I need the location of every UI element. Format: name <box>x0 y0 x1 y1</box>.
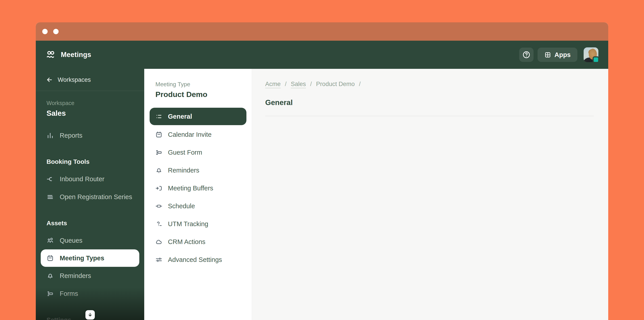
subnav-item-crm-actions[interactable]: CRM Actions <box>150 233 246 251</box>
bar-chart-icon <box>46 132 54 139</box>
apps-button-label: Apps <box>554 51 571 58</box>
section-header-assets: Assets <box>36 219 144 228</box>
schedule-icon <box>155 202 162 210</box>
subnav-item-guest-form[interactable]: Guest Form <box>150 143 246 161</box>
sidebar-item-open-registration-series[interactable]: Open Registration Series <box>36 188 144 206</box>
arrow-left-icon <box>46 76 53 83</box>
bell-icon <box>46 272 54 280</box>
meeting-type-subnav: Meeting Type Product Demo General Calend… <box>144 69 252 320</box>
sidebar-item-reports[interactable]: Reports <box>36 126 144 144</box>
apps-button[interactable]: Apps <box>538 48 578 62</box>
app-window: Meetings Apps Workspaces Workspace S <box>36 22 608 320</box>
arrow-down-icon <box>88 312 93 318</box>
user-avatar[interactable] <box>584 47 598 62</box>
subnav-item-general[interactable]: General <box>150 108 246 125</box>
section-header-booking-tools: Booking Tools <box>36 157 144 166</box>
app-title: Meetings <box>61 51 91 59</box>
form-icon <box>46 290 54 298</box>
workspaces-back-label: Workspaces <box>58 76 91 83</box>
header-actions: Apps <box>519 47 598 62</box>
meetings-logo-icon <box>46 50 56 60</box>
workspace-meta: Workspace Sales <box>36 91 144 118</box>
split-icon <box>46 175 54 183</box>
meeting-type-eyebrow: Meeting Type <box>144 81 252 88</box>
list-icon <box>155 113 162 120</box>
scroll-down-button[interactable] <box>86 310 95 320</box>
subnav-item-calendar-invite[interactable]: Calendar Invite <box>150 126 246 143</box>
calendar-icon <box>46 255 54 262</box>
section-header-settings: Settings <box>46 317 71 320</box>
breadcrumb: Acme / Sales / Product Demo / <box>265 79 594 88</box>
subnav-item-advanced-settings[interactable]: Advanced Settings <box>150 251 246 269</box>
workspace-sidebar: Workspaces Workspace Sales Reports Booki… <box>36 69 144 320</box>
subnav-item-schedule[interactable]: Schedule <box>150 197 246 215</box>
buffer-icon <box>155 185 162 192</box>
sidebar-item-meeting-types[interactable]: Meeting Types <box>41 249 139 267</box>
breadcrumb-current-product-demo: Product Demo <box>316 81 355 88</box>
workspace-nav: Reports Booking Tools Inbound Router Ope… <box>36 126 144 303</box>
workspace-name: Sales <box>46 109 134 118</box>
rows-icon <box>46 193 54 201</box>
help-button[interactable] <box>519 48 534 62</box>
workspace-eyebrow: Workspace <box>46 100 134 106</box>
breadcrumb-link-acme[interactable]: Acme <box>265 81 281 88</box>
help-circle-icon <box>522 50 531 59</box>
calendar-icon <box>155 131 162 138</box>
cloud-icon <box>155 238 162 246</box>
sliders-icon <box>155 256 162 264</box>
bell-icon <box>155 167 162 174</box>
form-icon <box>155 149 162 156</box>
utm-icon <box>155 220 162 228</box>
subnav-item-reminders[interactable]: Reminders <box>150 161 246 179</box>
app-header: Meetings Apps <box>36 41 608 69</box>
subnav-item-meeting-buffers[interactable]: Meeting Buffers <box>150 179 246 197</box>
window-body: Workspaces Workspace Sales Reports Booki… <box>36 69 608 320</box>
meeting-type-title: Product Demo <box>144 90 252 99</box>
app-brand: Meetings <box>46 50 91 60</box>
window-titlebar <box>36 22 608 41</box>
breadcrumb-link-sales[interactable]: Sales <box>291 81 306 88</box>
subnav-item-utm-tracking[interactable]: UTM Tracking <box>150 215 246 233</box>
grid-icon <box>544 51 551 58</box>
people-icon <box>46 237 54 244</box>
page-title: General <box>265 98 594 107</box>
sidebar-item-queues[interactable]: Queues <box>36 232 144 249</box>
sidebar-item-forms[interactable]: Forms <box>36 285 144 303</box>
window-control-dot-1[interactable] <box>42 29 48 34</box>
main-content: Acme / Sales / Product Demo / General <box>252 69 608 320</box>
sidebar-item-reminders[interactable]: Reminders <box>36 267 144 285</box>
status-indicator <box>592 56 599 63</box>
sidebar-item-inbound-router[interactable]: Inbound Router <box>36 170 144 188</box>
breadcrumb-separator: / <box>359 81 361 88</box>
window-control-dot-2[interactable] <box>53 29 58 34</box>
breadcrumb-separator: / <box>285 81 287 88</box>
breadcrumb-separator: / <box>310 81 312 88</box>
section-divider <box>265 116 594 116</box>
workspaces-back-link[interactable]: Workspaces <box>36 69 144 91</box>
meeting-type-nav: General Calendar Invite Guest Form Remin… <box>144 108 252 269</box>
